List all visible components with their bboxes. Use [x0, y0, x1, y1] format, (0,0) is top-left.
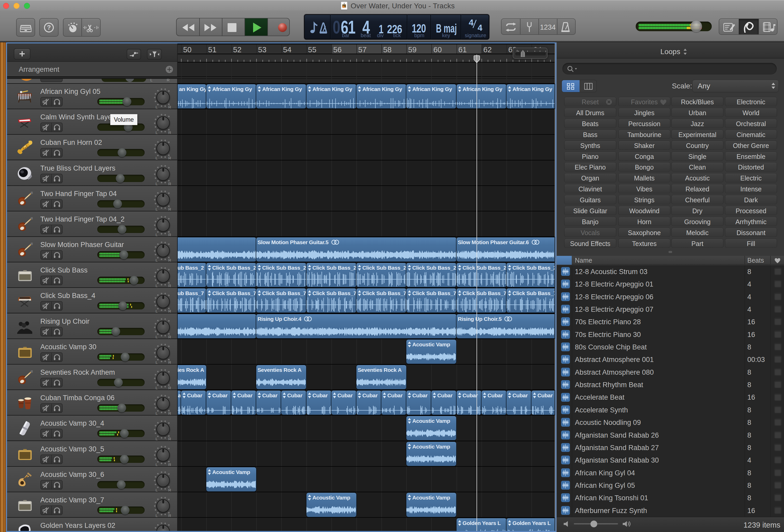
svg-text:?: ? [47, 24, 51, 31]
